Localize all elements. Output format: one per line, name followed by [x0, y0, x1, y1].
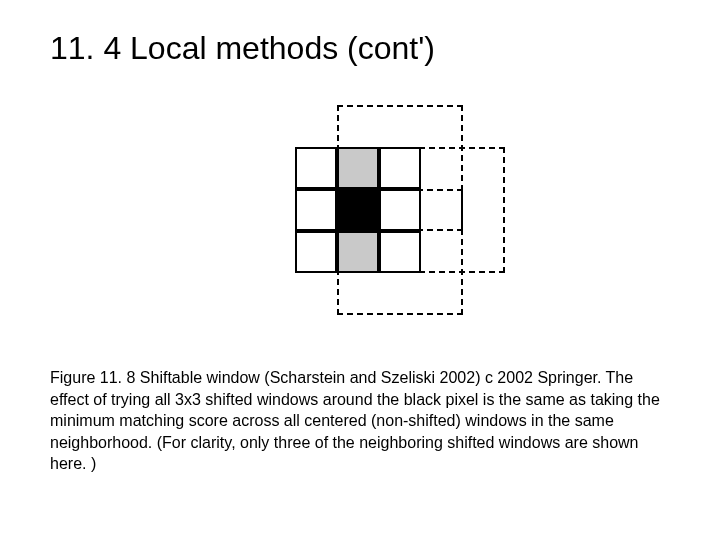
- shiftable-window-figure: [245, 97, 475, 327]
- grid-cell: [295, 231, 337, 273]
- grid-cell: [379, 147, 421, 189]
- grid-cell: [295, 147, 337, 189]
- grid-cell: [295, 189, 337, 231]
- section-heading: 11. 4 Local methods (cont'): [50, 30, 680, 67]
- figure-caption: Figure 11. 8 Shiftable window (Scharstei…: [40, 367, 680, 475]
- center-window-grid: [295, 147, 421, 273]
- grid-cell-black-center: [337, 189, 379, 231]
- grid-cell-gray: [337, 231, 379, 273]
- grid-cell: [379, 231, 421, 273]
- grid-cell: [379, 189, 421, 231]
- figure-container: [40, 97, 680, 327]
- grid-cell-gray: [337, 147, 379, 189]
